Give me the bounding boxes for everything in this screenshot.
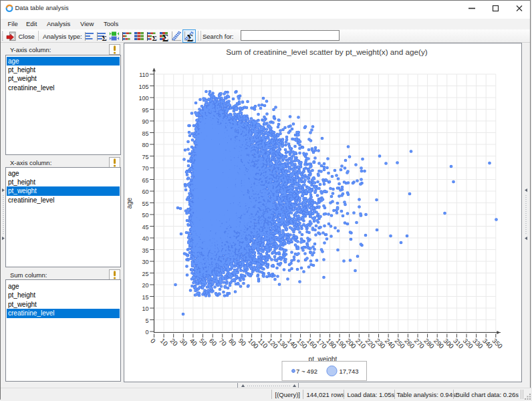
svg-text:5: 5 [145, 317, 148, 324]
svg-text:30: 30 [178, 337, 189, 348]
svg-text:50: 50 [198, 337, 209, 348]
svg-text:70: 70 [217, 337, 228, 348]
svg-text:55: 55 [142, 200, 148, 207]
svg-text:30: 30 [142, 259, 148, 265]
svg-text:85: 85 [142, 130, 148, 137]
svg-text:60: 60 [142, 188, 148, 195]
svg-text:Σ: Σ [187, 33, 193, 42]
svg-text:65: 65 [142, 177, 148, 184]
svg-text:15: 15 [142, 294, 148, 301]
svg-text:Sum of creatinine_level scatte: Sum of creatinine_level scatter by pt_we… [226, 47, 428, 56]
svg-text:45: 45 [142, 224, 148, 231]
svg-text:0: 0 [149, 337, 157, 345]
svg-text:20: 20 [168, 337, 179, 348]
svg-text:100: 100 [138, 95, 148, 102]
svg-text:0: 0 [145, 329, 148, 336]
svg-text:105: 105 [138, 84, 148, 90]
svg-text:Σ: Σ [102, 34, 107, 41]
svg-text:10: 10 [159, 337, 170, 348]
svg-text:90: 90 [142, 118, 148, 125]
svg-text:25: 25 [142, 271, 148, 277]
svg-text:age: age [126, 197, 133, 209]
svg-text:50: 50 [142, 212, 148, 219]
svg-text:7 ~ 492: 7 ~ 492 [296, 368, 317, 375]
svg-text:80: 80 [142, 142, 148, 148]
svg-text:40: 40 [142, 235, 148, 242]
svg-text:110: 110 [139, 72, 148, 78]
svg-text:17,743: 17,743 [340, 368, 359, 375]
svg-text:Σ: Σ [162, 33, 168, 42]
svg-text:Σ: Σ [152, 34, 157, 41]
svg-text:350: 350 [491, 337, 504, 350]
svg-text:40: 40 [188, 337, 198, 348]
svg-text:20: 20 [142, 282, 148, 289]
svg-text:75: 75 [142, 154, 148, 160]
svg-text:95: 95 [142, 107, 148, 114]
svg-text:110: 110 [257, 337, 269, 350]
svg-text:90: 90 [237, 337, 248, 348]
svg-text:10: 10 [142, 305, 148, 312]
svg-text:70: 70 [142, 165, 148, 172]
svg-text:80: 80 [227, 337, 238, 348]
svg-text:35: 35 [142, 247, 148, 254]
svg-text:60: 60 [208, 337, 219, 348]
